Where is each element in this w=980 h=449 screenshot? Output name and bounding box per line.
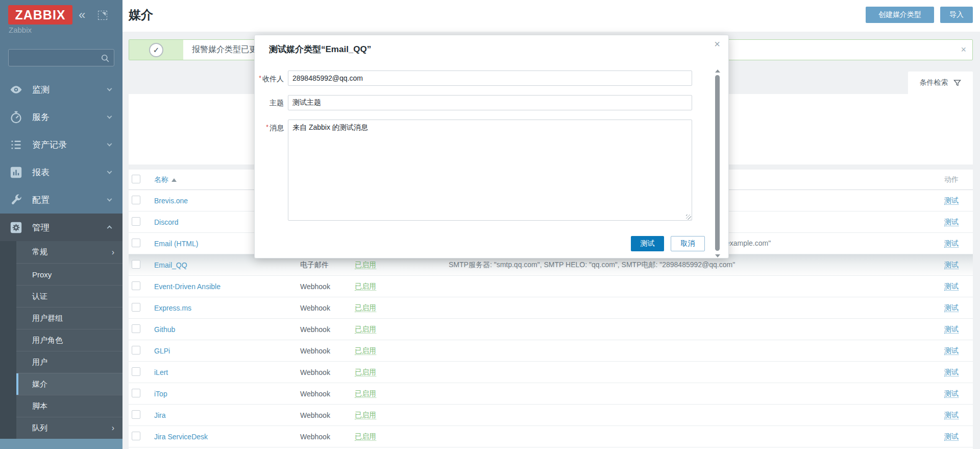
sidebar-subitem[interactable]: 用户角色 xyxy=(16,329,122,351)
test-link[interactable]: 测试 xyxy=(944,239,959,248)
sidebar-item[interactable]: 服务 xyxy=(0,103,122,131)
sidebar-subitem[interactable]: 认证 xyxy=(16,285,122,307)
test-button[interactable]: 测试 xyxy=(631,236,664,251)
sidebar-item[interactable]: 资产记录 xyxy=(0,131,122,158)
media-type-name-link[interactable]: Event-Driven Ansible xyxy=(154,282,220,291)
media-type-name-link[interactable]: Brevis.one xyxy=(154,197,188,205)
sidebar-item[interactable]: 配置 xyxy=(0,186,122,214)
media-type-name-link[interactable]: Email (HTML) xyxy=(154,240,198,248)
test-link[interactable]: 测试 xyxy=(944,411,959,419)
media-type-name-link[interactable]: iLert xyxy=(154,368,168,376)
test-link[interactable]: 测试 xyxy=(944,196,959,205)
chevron-right-icon: › xyxy=(112,423,114,433)
message-textarea[interactable]: 来自 Zabbix 的测试消息 xyxy=(288,120,692,221)
name-column-header[interactable]: 名称 xyxy=(154,175,168,183)
table-row: Github Webhook 已启用 测试 xyxy=(129,319,973,340)
media-type-name-link[interactable]: Express.ms xyxy=(154,304,191,312)
media-type-status-link[interactable]: 已启用 xyxy=(355,432,376,441)
table-row: Jira ServiceDesk Webhook 已启用 测试 xyxy=(129,426,973,447)
row-checkbox[interactable] xyxy=(132,367,140,376)
required-asterisk: * xyxy=(259,75,261,82)
row-checkbox[interactable] xyxy=(132,281,140,290)
media-type-name-link[interactable]: Email_QQ xyxy=(154,261,187,269)
test-link[interactable]: 测试 xyxy=(944,303,959,312)
table-row: Event-Driven Ansible Webhook 已启用 测试 xyxy=(129,276,973,297)
dialog-close-icon[interactable]: × xyxy=(714,38,720,50)
row-checkbox[interactable] xyxy=(132,324,140,333)
sidebar-subitem[interactable]: 脚本 xyxy=(16,395,122,417)
row-checkbox[interactable] xyxy=(132,389,140,397)
row-checkbox[interactable] xyxy=(132,196,140,204)
cancel-button[interactable]: 取消 xyxy=(671,236,705,251)
subject-input[interactable] xyxy=(288,95,692,110)
sidebar-subitem[interactable]: 队列 › xyxy=(16,417,122,439)
row-checkbox[interactable] xyxy=(132,303,140,312)
filter-tab[interactable]: 条件检索 xyxy=(908,72,973,94)
row-checkbox[interactable] xyxy=(132,239,140,247)
bar-chart-icon xyxy=(9,166,23,179)
recipient-label: *收件人 xyxy=(255,70,284,86)
zabbix-logo[interactable]: ZABBIX xyxy=(8,5,72,25)
media-type-name-link[interactable]: iTop xyxy=(154,390,167,398)
test-link[interactable]: 测试 xyxy=(944,389,959,398)
dialog-scrollbar[interactable] xyxy=(714,68,721,258)
dialog-title: 测试媒介类型“Email_QQ” xyxy=(269,43,371,55)
sidebar-subitem[interactable]: 常规 › xyxy=(16,241,122,263)
textarea-resize-handle[interactable] xyxy=(686,215,691,220)
media-type-status-link[interactable]: 已启用 xyxy=(355,346,376,355)
eye-icon xyxy=(9,83,23,97)
media-type-name-link[interactable]: Discord xyxy=(154,218,178,226)
test-link[interactable]: 测试 xyxy=(944,432,959,441)
recipient-input[interactable] xyxy=(288,70,692,86)
sidebar-subitem[interactable]: 用户 xyxy=(16,351,122,373)
sidebar-item[interactable]: 报表 xyxy=(0,158,122,186)
search-input[interactable] xyxy=(12,50,97,66)
required-asterisk: * xyxy=(266,124,268,131)
media-type-type: Webhook xyxy=(300,390,355,398)
media-type-name-link[interactable]: Github xyxy=(154,325,175,334)
kiosk-mode-icon[interactable] xyxy=(98,11,107,20)
banner-close-icon[interactable]: × xyxy=(961,44,966,55)
sidebar-subitem[interactable]: 用户群组 xyxy=(16,307,122,329)
media-type-status-link[interactable]: 已启用 xyxy=(355,282,376,291)
test-link[interactable]: 测试 xyxy=(944,325,959,334)
table-row: Jira Webhook 已启用 测试 xyxy=(129,405,973,426)
media-type-name-link[interactable]: Jira ServiceDesk xyxy=(154,433,208,441)
media-type-details: SMTP服务器: "smtp.qq.com", SMTP HELO: "qq.c… xyxy=(449,261,927,270)
row-checkbox[interactable] xyxy=(132,432,140,440)
row-checkbox[interactable] xyxy=(132,410,140,419)
table-row: iTop Webhook 已启用 测试 xyxy=(129,383,973,405)
test-link[interactable]: 测试 xyxy=(944,261,959,269)
media-type-status-link[interactable]: 已启用 xyxy=(355,325,376,334)
table-row: Express.ms Webhook 已启用 测试 xyxy=(129,297,973,319)
sidebar-item[interactable]: 管理 xyxy=(0,214,122,241)
create-media-type-button[interactable]: 创建媒介类型 xyxy=(866,7,934,23)
media-type-type: Webhook xyxy=(300,282,355,291)
scrollbar-thumb[interactable] xyxy=(715,75,720,251)
select-all-checkbox[interactable] xyxy=(132,175,140,183)
media-type-status-link[interactable]: 已启用 xyxy=(355,368,376,376)
sidebar-subitem[interactable]: Proxy xyxy=(16,263,122,285)
test-link[interactable]: 测试 xyxy=(944,218,959,226)
media-type-status-link[interactable]: 已启用 xyxy=(355,389,376,398)
test-link[interactable]: 测试 xyxy=(944,346,959,355)
row-checkbox[interactable] xyxy=(132,260,140,269)
media-type-status-link[interactable]: 已启用 xyxy=(355,411,376,419)
media-type-status-link[interactable]: 已启用 xyxy=(355,261,376,269)
scroll-down-icon[interactable] xyxy=(715,254,720,257)
scroll-up-icon[interactable] xyxy=(715,69,720,73)
test-link[interactable]: 测试 xyxy=(944,368,959,376)
import-button[interactable]: 导入 xyxy=(940,7,973,23)
sidebar-subitem[interactable]: 媒介 xyxy=(16,373,122,395)
media-type-status-link[interactable]: 已启用 xyxy=(355,303,376,312)
media-type-name-link[interactable]: Jira xyxy=(154,411,166,419)
action-column-header: 动作 xyxy=(927,175,973,184)
search-icon[interactable] xyxy=(100,53,110,63)
row-checkbox[interactable] xyxy=(132,346,140,355)
server-name: Zabbix xyxy=(9,26,32,34)
sidebar-collapse-icon[interactable]: « xyxy=(79,6,85,23)
row-checkbox[interactable] xyxy=(132,217,140,226)
media-type-name-link[interactable]: GLPi xyxy=(154,347,170,355)
sidebar-item[interactable]: 监测 xyxy=(0,76,122,103)
test-link[interactable]: 测试 xyxy=(944,282,959,291)
